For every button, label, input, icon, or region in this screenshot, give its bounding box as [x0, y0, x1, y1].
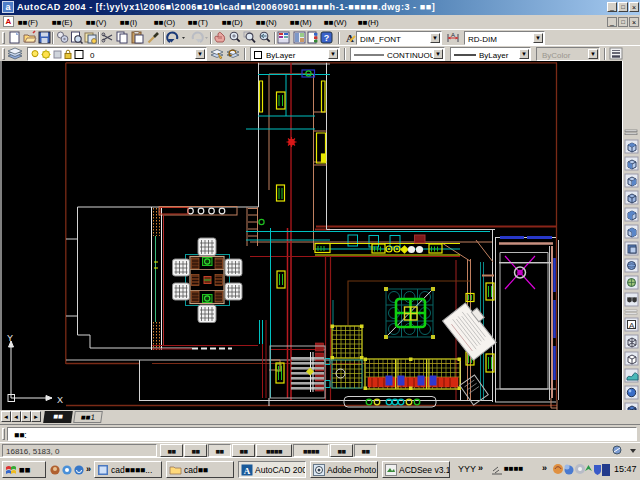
svg-text:A: A [629, 321, 635, 330]
svg-text:A: A [451, 32, 455, 38]
svg-text:X: X [57, 395, 63, 405]
svg-text:?: ? [324, 33, 330, 43]
svg-text:Y: Y [7, 333, 13, 343]
svg-text:A: A [244, 466, 251, 476]
